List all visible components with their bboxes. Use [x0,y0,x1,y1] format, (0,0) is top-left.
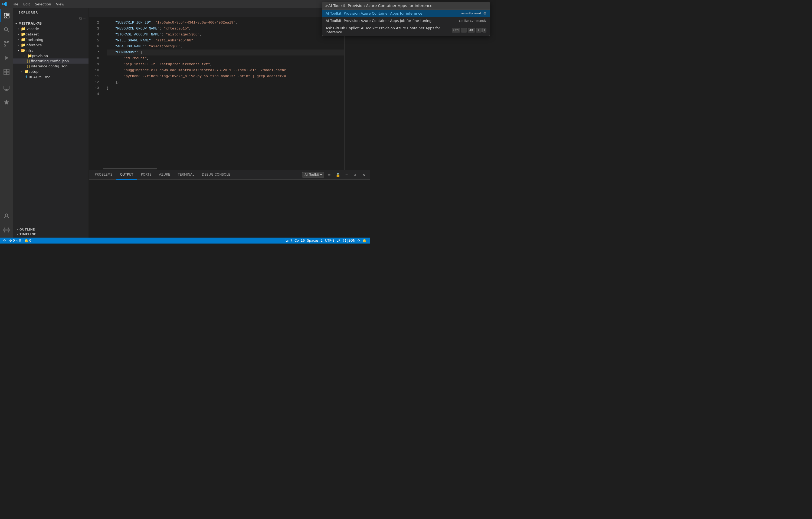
panel-close-icon[interactable]: ✕ [360,171,368,179]
tab-terminal[interactable]: TERMINAL [174,170,198,180]
statusbar: ⟳ ⊘ 0 △ 0 🔔 0 Ln 7, Col 16 Spaces: 2 UTF… [0,238,370,244]
sidebar-item-inference[interactable]: › 📁 inference [13,42,88,48]
sidebar-item-vscode[interactable]: › 📁 .vscode [13,26,88,31]
warning-count: 0 [19,239,21,242]
vscode-logo [2,2,7,6]
panel-ellipsis-icon[interactable]: ··· [343,171,350,179]
statusbar-encoding[interactable]: UTF-8 [324,238,336,244]
finetuning-config-label: finetuning.config.json [31,59,88,63]
statusbar-notification-bell[interactable]: 🔔 [361,238,368,244]
h-scrollbar-thumb [103,168,157,170]
folder-icon-infra: 📂 [21,48,25,53]
info-count: 0 [29,239,31,242]
statusbar-eol[interactable]: LF [336,238,341,244]
panel-output-dropdown[interactable]: AI Toolkit ▾ [302,172,324,178]
tab-ports[interactable]: PORTS [137,170,155,180]
sidebar-tree: ▾ MISTRAL-7B › 📁 .vscode › 📁 dataset › 📁… [13,21,88,226]
warning-icon: △ [16,239,18,242]
statusbar-errors[interactable]: ⊘ 0 △ 0 [8,238,22,244]
statusbar-remote-sync[interactable]: ⟳ [356,238,361,244]
settings-activity-icon[interactable] [0,223,13,237]
cursor-position: Ln 7, Col 16 [286,239,305,242]
json-file-icon-inference: {} [26,64,31,68]
statusbar-spaces[interactable]: Spaces: 2 [306,238,324,244]
ai-toolkit-activity-icon[interactable] [0,96,13,109]
code-line-3: "RESOURCE_GROUP_NAME": "xftest0515", [107,26,344,32]
menu-view[interactable]: View [54,2,66,7]
dataset-label: dataset [25,32,88,36]
editor-content[interactable]: 2 3 4 5 6 7 8 9 10 11 12 13 14 [89,18,344,170]
command-palette-result-0[interactable]: AI Toolkit: Provision Azure Container Ap… [322,10,370,17]
sidebar-split-editor-icon[interactable]: ⧉ [79,16,82,21]
command-palette-result-2[interactable]: Ask GitHub Copilot: AI Toolkit: Provisio… [322,24,370,36]
ln-14: 14 [89,91,99,97]
right-scrollbar[interactable] [366,18,370,170]
sidebar-root-folder[interactable]: ▾ MISTRAL-7B [13,21,88,26]
finetuning-chevron: › [16,38,21,41]
tab-area [89,8,358,18]
ln-4: 4 [89,32,99,38]
dataset-chevron: › [16,33,21,36]
tab-output[interactable]: OUTPUT [116,170,137,180]
code-line-5: "FILE_SHARE_NAME": "aifilesharec5j66", [107,38,344,43]
statusbar-cursor[interactable]: Ln 7, Col 16 [285,238,306,244]
source-control-activity-icon[interactable] [0,37,13,50]
svg-rect-10 [4,69,6,72]
bell-icon: 🔔 [362,239,367,242]
statusbar-remote[interactable]: ⟳ [2,238,7,244]
setup-label: setup [29,69,88,73]
sidebar-item-provision[interactable]: › 📁 provision [13,53,88,58]
folder-icon-dataset: 📁 [21,32,25,36]
statusbar-language[interactable]: {} JSON [341,238,356,244]
ln-6: 6 [89,43,99,50]
code-line-13: } [107,85,344,91]
command-palette-results: AI Toolkit: Provision Azure Container Ap… [322,10,370,36]
panel-chevron-up-icon[interactable]: ∧ [351,171,359,179]
ln-2: 2 [89,20,99,26]
code-lines: "SUBSCRIPTION_ID": "1756abc0-3554-4341-8… [102,18,344,167]
tab-debug-console[interactable]: DEBUG CONSOLE [198,170,234,180]
code-line-9: "pip install -r ./setup/requirements.txt… [107,61,344,67]
search-activity-icon[interactable] [0,23,13,36]
info-icon: 🔔 [24,239,28,242]
panel-controls: AI Toolkit ▾ ≡ 🔒 ··· ∧ ✕ [302,171,368,179]
azure-label: AZURE [159,173,170,177]
statusbar-info[interactable]: 🔔 0 [23,238,32,244]
sync-icon: ⟳ [357,239,360,242]
timeline-chevron: › [15,233,20,236]
svg-point-8 [4,41,6,43]
result-2-label: Ask GitHub Copilot: AI Toolkit: Provisio… [326,26,370,34]
panel-list-icon[interactable]: ≡ [325,171,333,179]
sidebar-bottom: › OUTLINE › TIMELINE [13,226,88,238]
sidebar-item-infra[interactable]: ▾ 📂 infra [13,48,88,53]
menu-edit[interactable]: Edit [21,2,32,7]
sidebar-outline[interactable]: › OUTLINE [13,227,88,232]
run-debug-activity-icon[interactable] [0,52,13,64]
command-palette-input[interactable] [325,3,370,8]
sidebar-item-dataset[interactable]: › 📁 dataset [13,31,88,37]
ai-toolkit-label: AI Toolkit [304,173,319,177]
ln-5: 5 [89,38,99,43]
sidebar-item-finetuning[interactable]: › 📁 finetuning [13,37,88,42]
account-activity-icon[interactable] [0,209,13,222]
sidebar-timeline[interactable]: › TIMELINE [13,232,88,237]
tab-azure[interactable]: AZURE [155,170,174,180]
menu-file[interactable]: File [10,2,21,7]
outline-label: OUTLINE [20,228,88,231]
menu-selection[interactable]: Selection [33,2,53,7]
sidebar-item-readme[interactable]: › ℹ README.md [13,74,88,80]
explorer-activity-icon[interactable] [0,9,13,22]
panel-lock-icon[interactable]: 🔒 [334,171,342,179]
tab-problems[interactable]: PROBLEMS [91,170,116,180]
command-palette-result-1[interactable]: AI Toolkit: Provision Azure Container Ap… [322,17,370,24]
svg-rect-1 [7,13,9,14]
extensions-activity-icon[interactable] [0,65,13,79]
infra-chevron: ▾ [16,49,21,52]
horizontal-scrollbar[interactable] [89,167,344,170]
sidebar-item-inference-config[interactable]: {} inference.config.json [13,64,88,69]
remote-activity-icon[interactable] [0,82,13,95]
sidebar-more-icon[interactable]: ··· [83,16,86,21]
svg-rect-3 [4,17,6,18]
sidebar-item-finetuning-config[interactable]: {} finetuning.config.json [13,58,88,64]
sidebar-item-setup[interactable]: › 📁 setup [13,69,88,74]
